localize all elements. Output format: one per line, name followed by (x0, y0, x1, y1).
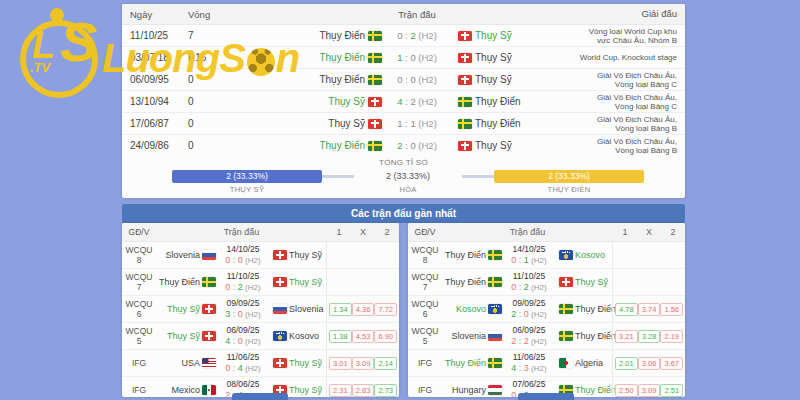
home-team-name: Thụy Điển (319, 52, 365, 63)
home-team: Thụy Điển (156, 277, 216, 287)
switzerland-flag (273, 250, 287, 260)
stage-number: 5 (122, 336, 156, 346)
tournament-name: Giải Vô Địch Châu Âu,Vòng loại Bảng B (572, 115, 685, 133)
recent-left-header: GĐ/V Trận đấu 1 X 2 (122, 223, 399, 242)
away-team: Thụy Điển (556, 331, 612, 341)
switzerland-flag (273, 277, 287, 287)
header-odds-2: 2 (375, 227, 399, 237)
recent-match-row: IFGUSA11/06/250 : 4 (H2)Thụy Sỹ3.013.092… (122, 349, 399, 376)
kosovo-flag (488, 304, 502, 314)
stage-code: WCQU (122, 245, 156, 255)
kosovo-flag (559, 250, 573, 260)
recent-match-row: WCQU7Thụy Điển11/10/250 : 2 (H2)Thụy Sỹ (122, 268, 399, 295)
date-and-score: 11/10/250 : 2 (H2) (216, 271, 270, 293)
stage-round: WCQU7 (122, 272, 156, 292)
away-team-name: Thụy Sỹ (289, 385, 322, 395)
stage-code: IFG (408, 385, 442, 395)
tournament-name: World Cup, Knockout stage (572, 53, 685, 62)
home-team-name: Thụy Sỹ (328, 118, 365, 129)
home-team-name: Slovenia (451, 331, 486, 341)
home-team-name: Mexico (171, 385, 200, 395)
away-team-name: Slovenia (289, 304, 324, 314)
date-and-score: 09/09/253 : 0 (H2) (216, 298, 270, 320)
stage-round: WCQU8 (122, 245, 156, 265)
home-team: Kosovo (442, 304, 502, 314)
odds-cell: 3.013.092.14 (326, 350, 399, 376)
switzerland-flag (202, 304, 216, 314)
tournament-line: vực Châu Âu, Nhóm B (572, 36, 677, 45)
match-round: 0 (188, 118, 252, 129)
stage-round: IFG (408, 358, 442, 368)
stage-number: 8 (122, 255, 156, 265)
header-match: Trận đấu (442, 227, 613, 237)
switzerland-flag (458, 31, 472, 41)
total-score-bar: TỔNG TỈ SỐ 2 (33.33%) 2 (33.33%) 2 (33.3… (122, 156, 685, 198)
odds-value: 4.53 (352, 330, 375, 343)
odds-value: 4.36 (352, 303, 375, 316)
score-separator: : (230, 309, 238, 319)
h2h-match-row: 11/10/257Thụy Điển0 : 2 (H2)Thụy SỹVòng … (122, 25, 685, 46)
show-more-right-button[interactable] (518, 393, 574, 400)
away-team: Thụy Sỹ (452, 30, 572, 41)
stage-code: WCQU (408, 299, 442, 309)
odds-value: 2.83 (352, 384, 375, 397)
away-team-name: Thụy Sỹ (475, 52, 512, 63)
home-team-name: USA (181, 358, 200, 368)
odds-value: 3.09 (352, 357, 375, 370)
odds-cell: 2.503.092.51 (612, 377, 685, 397)
score-period-suffix: (H2) (529, 364, 547, 373)
match-score: 0 : 4 (H2) (225, 363, 260, 373)
home-team: Thụy Điển (252, 52, 382, 63)
h2h-header-tournament: Giải đấu (572, 4, 685, 24)
score-period-suffix: (H2) (416, 118, 437, 129)
match-score: 0 : 2 (H2) (511, 282, 546, 292)
stage-code: IFG (122, 358, 156, 368)
recent-match-row: WCQU8Thụy Điển14/10/250 : 1 (H2)Kosovo (408, 242, 685, 268)
away-team-name: Thụy Điển (575, 331, 616, 341)
match-date: 03/07/18 (122, 52, 188, 63)
away-team-name: Kosovo (289, 331, 319, 341)
switzerland-flag (458, 75, 472, 85)
away-team-name: Thụy Sỹ (289, 277, 322, 287)
home-team-name: Thụy Điển (159, 277, 200, 287)
score-period-suffix: (H2) (529, 256, 547, 265)
h2h-header-date: Ngày (122, 9, 188, 20)
sweden-caption: THỤY ĐIỂN (494, 185, 644, 194)
away-team-name: Thụy Điển (475, 118, 521, 129)
recent-right-body: WCQU8Thụy Điển14/10/250 : 1 (H2)KosovoWC… (408, 242, 685, 397)
match-score-line: 4 : 3 (H2) (502, 363, 556, 374)
h2h-table-body: 11/10/257Thụy Điển0 : 2 (H2)Thụy SỹVòng … (122, 25, 685, 156)
tournament-line: Giải Vô Địch Châu Âu, (572, 137, 677, 146)
odds-value: 2.73 (374, 384, 397, 397)
match-date: 09/09/25 (502, 298, 556, 309)
recent-right-header: GĐ/V Trận đấu 1 X 2 (408, 223, 685, 242)
home-team: Slovenia (156, 250, 216, 260)
sweden-flag (488, 358, 502, 368)
odds-cell: 3.213.282.19 (612, 323, 685, 349)
show-more-left-button[interactable] (232, 393, 288, 400)
home-team-name: Thụy Điển (445, 277, 486, 287)
odds-value: 3.09 (638, 384, 661, 397)
stage-number: 6 (408, 309, 442, 319)
date-and-score: 09/09/252 : 0 (H2) (502, 298, 556, 320)
stage-round: IFG (122, 385, 156, 395)
match-date: 11/06/25 (502, 352, 556, 363)
match-score-line: 3 : 0 (H2) (216, 309, 270, 320)
recent-table-sweden: GĐ/V Trận đấu 1 X 2 WCQU8Thụy Điển14/10/… (408, 223, 685, 397)
match-score: 0 : 0 (H2) (382, 74, 452, 85)
tournament-name: Giải Vô Địch Châu Âu,Vòng loại Bảng C (572, 71, 685, 89)
recent-match-row: WCQU7Thụy Điển11/10/250 : 2 (H2)Thụy Sỹ (408, 268, 685, 295)
stage-code: IFG (122, 385, 156, 395)
recent-table-switzerland: GĐ/V Trận đấu 1 X 2 WCQU8Slovenia14/10/2… (122, 223, 399, 397)
tournament-name: Vòng loại World Cup khuvực Châu Âu, Nhóm… (572, 27, 685, 45)
odds-value: 3.67 (660, 357, 683, 370)
home-team-name: Thụy Sỹ (328, 96, 365, 107)
draw-share-value: 2 (33.33%) (354, 170, 462, 183)
odds-cell: 1.344.367.72 (326, 296, 399, 322)
recent-match-row: WCQU5Thụy Sỹ06/09/254 : 0 (H2)Kosovo1.38… (122, 322, 399, 349)
stage-code: WCQU (122, 299, 156, 309)
switzerland-flag (368, 97, 382, 107)
date-and-score: 06/09/252 : 2 (H2) (502, 325, 556, 347)
odds-value: 2.19 (660, 330, 683, 343)
home-team: Thụy Điển (252, 140, 382, 151)
